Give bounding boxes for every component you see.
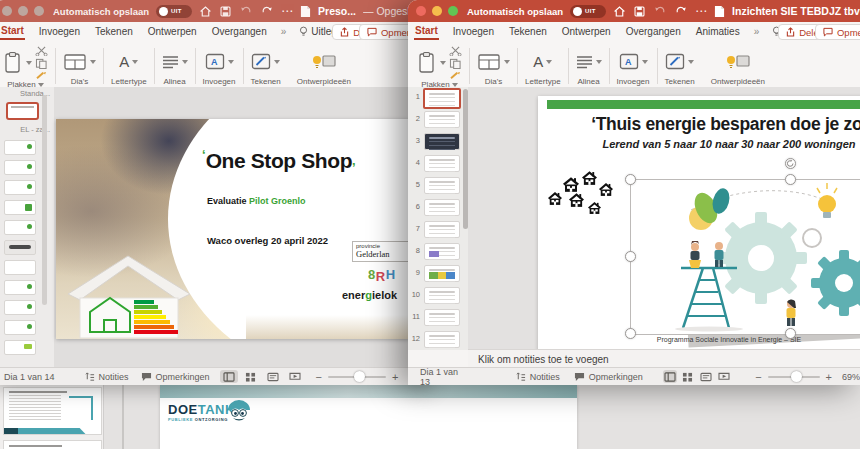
ribbon-group-ontwerpideeen[interactable]: Ontwerpideeën: [706, 43, 770, 89]
preso-thumbnail[interactable]: [4, 240, 36, 255]
redo-icon[interactable]: [260, 5, 274, 18]
save-icon[interactable]: [633, 5, 646, 18]
tab-overflow-icon[interactable]: »: [281, 26, 287, 37]
ribbon-group-invoegen[interactable]: A Invoegen: [198, 43, 241, 89]
zoom-out-button[interactable]: −: [755, 371, 761, 383]
autosave-toggle[interactable]: UIT: [570, 5, 606, 18]
tab-tekenen[interactable]: Tekenen: [94, 24, 134, 39]
inzichten-thumbnail-1[interactable]: [423, 88, 461, 109]
view-sorter-button[interactable]: [681, 370, 695, 383]
doetank-thumbnail-2[interactable]: [3, 440, 102, 449]
traffic-lights[interactable]: [2, 6, 44, 16]
tab-invoegen[interactable]: Invoegen: [38, 24, 81, 39]
tab-ontwerpen[interactable]: Ontwerpen: [561, 24, 612, 39]
notes-pane[interactable]: Klik om notities toe te voegen: [468, 349, 860, 368]
comments-toggle[interactable]: Opmerkingen: [141, 372, 210, 382]
ribbon-group-tekenen[interactable]: Tekenen: [660, 43, 700, 89]
notes-placeholder[interactable]: Klik om notities toe te voegen: [478, 354, 609, 365]
slide-subtitle[interactable]: Lerend van 5 naar 10 naar 30 naar 200 wo…: [538, 138, 860, 150]
inzichten-titlebar[interactable]: Automatisch opslaan UIT ⋯ Inzichten SIE …: [408, 0, 860, 22]
rotation-handle[interactable]: [785, 158, 796, 169]
inzichten-thumbnail-panel[interactable]: 1 2 3 4 5 6 7 8 9 10 11 12: [408, 87, 468, 350]
view-sorter-button[interactable]: [242, 370, 260, 383]
preso-slide-canvas[interactable]: ‘One Stop Shop’ Evaluatie Pilot Groenlo …: [54, 87, 432, 368]
tab-invoegen[interactable]: Invoegen: [452, 24, 495, 39]
inzichten-thumbnail[interactable]: [424, 265, 460, 282]
inzichten-thumbnail[interactable]: [424, 111, 460, 128]
undo-icon[interactable]: [653, 5, 667, 18]
undo-icon[interactable]: [239, 5, 253, 18]
zoom-out-button[interactable]: −: [316, 371, 322, 383]
ribbon-group-plakken[interactable]: Plakken: [412, 43, 467, 89]
ribbon-group-ontwerpideeen[interactable]: Ontwerpideeën: [292, 43, 356, 89]
ribbon-group-alinea[interactable]: Alinea: [571, 43, 607, 89]
slide-title[interactable]: ‘One Stop Shop’: [202, 149, 356, 173]
window-inzichten[interactable]: Automatisch opslaan UIT ⋯ Inzichten SIE …: [408, 0, 860, 385]
traffic-lights[interactable]: [416, 6, 458, 16]
doetank-thumbnail-panel[interactable]: [0, 385, 104, 449]
home-icon[interactable]: [613, 5, 626, 18]
doetank-panel-scrollbar[interactable]: [122, 385, 124, 449]
zoom-slider[interactable]: [328, 376, 386, 378]
zoom-percentage[interactable]: 69%: [842, 372, 860, 382]
doetank-slide[interactable]: DOETANK PUBLIEKE ONTZORGING: [160, 385, 577, 449]
preso-thumbnail[interactable]: [4, 220, 36, 235]
preso-thumbnail-panel[interactable]: Standa... EL - za...: [0, 87, 54, 368]
comments-button[interactable]: Opmerkingen: [815, 24, 860, 40]
zoom-slider-knob[interactable]: [354, 371, 365, 382]
selection-handle-top-left[interactable]: [625, 174, 636, 185]
preso-thumbnail[interactable]: [4, 160, 36, 175]
slide-one-stop-shop[interactable]: ‘One Stop Shop’ Evaluatie Pilot Groenlo …: [56, 119, 409, 339]
inzichten-thumbnail[interactable]: [424, 287, 460, 304]
slide-title[interactable]: ‘Thuis energie besparen doe je zo’: [538, 114, 860, 135]
doetank-thumbnail-1[interactable]: [3, 387, 102, 435]
slide-subtitle[interactable]: Evaluatie Pilot Groenlo: [207, 196, 306, 206]
redo-icon[interactable]: [674, 5, 688, 18]
tab-ontwerpen[interactable]: Ontwerpen: [147, 24, 198, 39]
preso-titlebar[interactable]: Automatisch opslaan UIT ⋯ Preso... — Opg…: [0, 0, 432, 22]
preso-thumbnail[interactable]: [4, 300, 36, 315]
preso-thumbnail[interactable]: [4, 200, 36, 215]
inzichten-thumbnail[interactable]: [424, 331, 460, 348]
inzichten-thumbnail[interactable]: [424, 199, 460, 216]
view-normal-button[interactable]: [663, 370, 677, 383]
home-icon[interactable]: [199, 5, 212, 18]
ribbon-group-tekenen[interactable]: Tekenen: [246, 43, 286, 89]
tab-start[interactable]: Start: [0, 23, 25, 40]
window-preso[interactable]: Automatisch opslaan UIT ⋯ Preso... — Opg…: [0, 0, 432, 385]
zoom-slider-knob[interactable]: [791, 371, 802, 382]
selection-handle-bottom-middle[interactable]: [785, 328, 796, 339]
panel-scrollbar[interactable]: [42, 95, 47, 305]
view-slideshow-button[interactable]: [717, 370, 731, 383]
zoom-in-button[interactable]: +: [392, 371, 398, 383]
preso-thumbnail-1[interactable]: [6, 102, 39, 120]
minimize-button[interactable]: [432, 6, 442, 16]
inzichten-slide-canvas[interactable]: ‘Thuis energie besparen doe je zo’ Leren…: [468, 87, 860, 350]
ribbon-group-alinea[interactable]: Alinea: [157, 43, 193, 89]
save-icon[interactable]: [219, 5, 232, 18]
ribbon-group-dias[interactable]: Dia's: [472, 43, 515, 89]
inzichten-thumbnail[interactable]: [424, 243, 460, 260]
inzichten-thumbnail[interactable]: [424, 177, 460, 194]
comments-toggle[interactable]: Opmerkingen: [574, 372, 643, 382]
view-normal-button[interactable]: [220, 370, 238, 383]
inzichten-thumbnail[interactable]: [424, 221, 460, 238]
selected-image[interactable]: [630, 179, 860, 335]
tab-start[interactable]: Start: [414, 23, 439, 40]
more-icon[interactable]: ⋯: [281, 5, 293, 17]
ribbon-group-dias[interactable]: Dia's: [58, 43, 101, 89]
zoom-button[interactable]: [448, 6, 458, 16]
preso-thumbnail[interactable]: [4, 260, 36, 275]
slide-thuis-energie[interactable]: ‘Thuis energie besparen doe je zo’ Leren…: [538, 96, 860, 351]
view-reading-button[interactable]: [264, 370, 282, 383]
autosave-toggle[interactable]: UIT: [156, 5, 192, 18]
close-button[interactable]: [416, 6, 426, 16]
ribbon-group-invoegen[interactable]: A Invoegen: [612, 43, 655, 89]
preso-thumbnail[interactable]: [4, 320, 36, 335]
view-slideshow-button[interactable]: [286, 370, 304, 383]
more-icon[interactable]: ⋯: [695, 5, 707, 17]
tab-overgangen[interactable]: Overgangen: [211, 24, 268, 39]
preso-thumbnail[interactable]: [4, 280, 36, 295]
ribbon-group-plakken[interactable]: Plakken: [0, 43, 53, 89]
inzichten-thumbnail[interactable]: [424, 155, 460, 172]
